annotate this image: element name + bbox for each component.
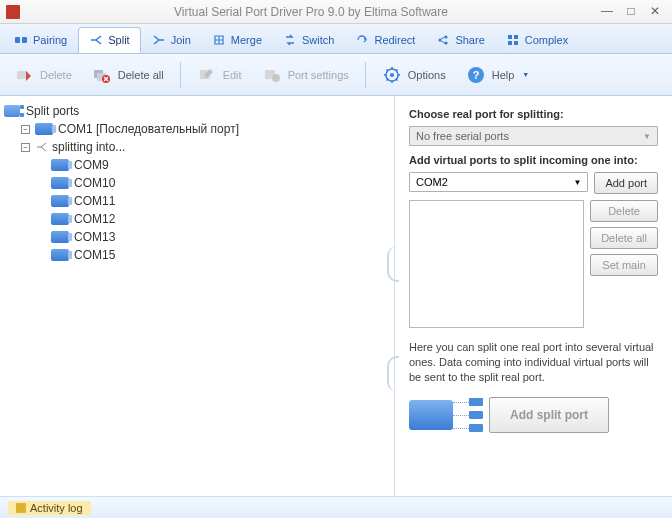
split-ports-icon [4,105,20,117]
edit-button[interactable]: Edit [189,59,250,91]
tree-item-child[interactable]: COM13 [4,228,390,246]
svg-rect-8 [514,41,518,45]
virtual-ports-list[interactable] [409,200,584,328]
toolbar-label: Delete [40,69,72,81]
toolbar-label: Edit [223,69,242,81]
add-virtual-label: Add virtual ports to split incoming one … [409,154,658,166]
mode-tabs: Pairing Split Join Merge Switch Redirect… [0,24,672,54]
list-delete-button[interactable]: Delete [590,200,658,222]
tree-label: COM1 [Последовательный порт] [58,122,239,136]
tree-label: COM13 [74,230,115,244]
tab-label: Join [171,34,191,46]
tree-label: COM9 [74,158,109,172]
chevron-down-icon: ▼ [643,132,651,141]
virtual-port-combo[interactable]: COM2▼ [409,172,588,192]
help-button[interactable]: ?Help▼ [458,59,538,91]
svg-point-17 [390,73,394,77]
tree-item-child[interactable]: COM11 [4,192,390,210]
set-main-button[interactable]: Set main [590,254,658,276]
tree-label: Split ports [26,104,79,118]
collapse-icon[interactable]: − [21,125,30,134]
collapse-icon[interactable]: − [21,143,30,152]
minimize-button[interactable]: — [596,4,618,20]
tree-label: COM15 [74,248,115,262]
port-icon [51,159,69,171]
port-tree[interactable]: Split ports −COM1 [Последовательный порт… [0,102,394,264]
tab-pairing[interactable]: Pairing [4,27,77,53]
port-icon [35,123,53,135]
titlebar: Virtual Serial Port Driver Pro 9.0 by El… [0,0,672,24]
options-button[interactable]: Options [374,59,454,91]
toolbar: Delete Delete all Edit Port settings Opt… [0,54,672,96]
toolbar-label: Delete all [118,69,164,81]
button-label: Delete all [601,232,647,244]
dropdown-arrow-icon: ▼ [522,71,529,78]
tree-label: COM10 [74,176,115,190]
activity-log-button[interactable]: Activity log [8,501,91,515]
add-port-button[interactable]: Add port [594,172,658,194]
add-split-port-button[interactable]: Add split port [489,397,609,433]
button-label: Delete [608,205,640,217]
config-pane: Choose real port for splitting: No free … [395,96,672,496]
toolbar-label: Help [492,69,515,81]
combo-placeholder: No free serial ports [416,130,509,142]
svg-rect-9 [17,71,27,79]
real-port-combo[interactable]: No free serial ports▼ [409,126,658,146]
close-button[interactable]: ✕ [644,4,666,20]
tree-label: COM11 [74,194,115,208]
status-bar: Activity log [0,496,672,518]
port-icon [51,213,69,225]
port-icon [51,177,69,189]
svg-rect-0 [15,37,20,43]
tab-label: Complex [525,34,568,46]
tab-redirect[interactable]: Redirect [345,27,425,53]
toolbar-label: Port settings [288,69,349,81]
list-delete-all-button[interactable]: Delete all [590,227,658,249]
choose-real-port-label: Choose real port for splitting: [409,108,658,120]
svg-rect-5 [508,35,512,39]
tree-item-splitting[interactable]: −splitting into... [4,138,390,156]
delete-button[interactable]: Delete [6,59,80,91]
tab-label: Switch [302,34,334,46]
port-settings-button[interactable]: Port settings [254,59,357,91]
tree-item-child[interactable]: COM9 [4,156,390,174]
flow-arrow-icon [387,246,399,282]
tab-switch[interactable]: Switch [273,27,344,53]
tab-join[interactable]: Join [142,27,201,53]
tab-merge[interactable]: Merge [202,27,272,53]
log-icon [16,503,26,513]
tab-label: Pairing [33,34,67,46]
status-label: Activity log [30,502,83,514]
split-into-icon [35,141,49,153]
flow-arrow-icon [387,356,399,392]
tab-share[interactable]: Share [426,27,494,53]
port-icon [51,231,69,243]
svg-rect-6 [514,35,518,39]
app-icon [6,5,20,19]
button-label: Set main [602,259,645,271]
port-icon [51,195,69,207]
delete-all-button[interactable]: Delete all [84,59,172,91]
main-area: Split ports −COM1 [Последовательный порт… [0,96,672,496]
tree-pane: Split ports −COM1 [Последовательный порт… [0,96,395,496]
tree-item-child[interactable]: COM10 [4,174,390,192]
tab-split[interactable]: Split [78,27,140,53]
hint-text: Here you can split one real port into se… [409,340,658,385]
toolbar-label: Options [408,69,446,81]
tab-label: Merge [231,34,262,46]
svg-rect-1 [22,37,27,43]
tree-root[interactable]: Split ports [4,102,390,120]
port-icon [51,249,69,261]
tree-item-com1[interactable]: −COM1 [Последовательный порт] [4,120,390,138]
tab-label: Share [455,34,484,46]
tab-label: Redirect [374,34,415,46]
svg-text:?: ? [472,69,479,81]
split-diagram-icon [409,400,453,430]
tree-item-child[interactable]: COM12 [4,210,390,228]
combo-value: COM2 [416,176,448,188]
tab-complex[interactable]: Complex [496,27,578,53]
maximize-button[interactable]: □ [620,4,642,20]
toolbar-separator [180,62,181,88]
chevron-down-icon: ▼ [573,178,581,187]
tree-item-child[interactable]: COM15 [4,246,390,264]
